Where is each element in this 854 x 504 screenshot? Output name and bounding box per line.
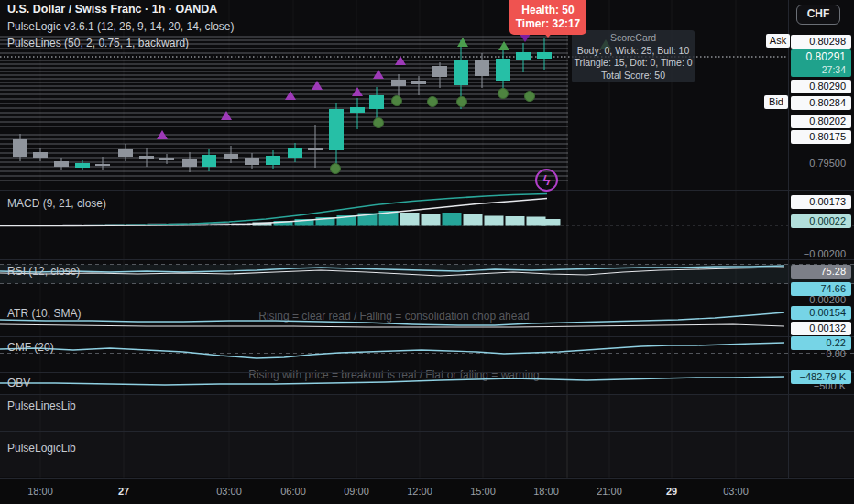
time-axis[interactable]: 18:002703:0006:0009:0012:0015:0018:0021:… [0, 478, 854, 504]
time-axis-label: 12:00 [407, 486, 432, 497]
lightning-icon[interactable]: ϟ [535, 169, 558, 192]
rsi-pane-label[interactable]: RSI (12, close) [7, 265, 80, 278]
macd-histogram-bar [506, 216, 525, 226]
cmf-line [0, 343, 784, 358]
pane-separator[interactable] [0, 431, 854, 432]
time-axis-label: 18:00 [533, 486, 559, 497]
scorecard-panel: ScoreCard Body: 0, Wick: 25, Bull: 10 Tr… [572, 30, 695, 82]
candle-body [516, 52, 531, 60]
pulse-buy-triangle-icon [285, 91, 296, 100]
macd-histogram-bar [422, 214, 441, 226]
price-axis[interactable]: 0.80291 27:34 0.802980.802900.802840.802… [788, 0, 854, 478]
axis-value-chip: 0.80298 [791, 35, 851, 49]
candle-body [537, 52, 552, 59]
indicator-legend-2[interactable]: PulseLines (50, 2, 0.75, 1, backward) [7, 37, 189, 49]
exit-alert-health: Health: 50 [509, 4, 586, 17]
macd-histogram-bar [443, 213, 462, 226]
exit-alert-tooltip-tail [541, 29, 555, 38]
pulse-dot-icon [498, 89, 509, 99]
cmf-pane-label[interactable]: CMF (20) [7, 341, 54, 354]
chart-canvas[interactable]: U.S. Dollar / Swiss Franc · 1h · OANDA P… [0, 0, 854, 478]
candle-body [266, 156, 280, 165]
axis-value-chip: 0.80202 [791, 115, 851, 128]
scorecard-row-body: Body: 0, Wick: 25, Bull: 10 [572, 45, 695, 58]
candle-body [454, 60, 468, 85]
atr-ma-line [0, 324, 784, 327]
axis-value-chip: 0.80290 [791, 80, 851, 93]
axis-value-chip: 0.80175 [791, 130, 851, 144]
axis-value-chip: 0.22 [791, 336, 851, 350]
candle-body [308, 148, 323, 150]
symbol-title[interactable]: U.S. Dollar / Swiss Franc · 1h · OANDA [7, 3, 217, 16]
time-axis-label: 03:00 [723, 486, 749, 497]
last-price-box: 0.80291 27:34 [791, 49, 851, 77]
candle-body [159, 158, 174, 160]
axis-value-chip: 0.00154 [791, 306, 851, 320]
macd-pane-label[interactable]: MACD (9, 21, close) [7, 197, 106, 210]
bid-tag: Bid [764, 95, 788, 109]
pulse-dot-icon [457, 97, 467, 107]
bull-triangle-icon [498, 41, 509, 50]
axis-scale-label: −0.00200 [791, 247, 851, 261]
trading-chart-app: U.S. Dollar / Swiss Franc · 1h · OANDA P… [0, 0, 854, 504]
candle-body [182, 159, 197, 167]
candle-body [13, 139, 27, 157]
atr-line [0, 312, 784, 325]
pane-separator[interactable] [0, 190, 854, 191]
bull-triangle-icon [457, 38, 468, 47]
axis-value-chip: 75.28 [791, 265, 851, 279]
ask-tag: Ask [766, 34, 790, 48]
scorecard-row-total: Total Score: 50 [572, 70, 695, 82]
candle-body [118, 149, 133, 157]
candle-body [224, 154, 238, 159]
candle-body [95, 164, 110, 166]
candle-body [350, 107, 365, 113]
pane-separator[interactable] [0, 394, 854, 395]
atr-pane-label[interactable]: ATR (10, SMA) [7, 307, 81, 320]
candle-body [33, 152, 48, 158]
candle-body [369, 95, 384, 109]
time-axis-label: 06:00 [280, 486, 306, 497]
macd-histogram-bar [464, 214, 483, 226]
candle-body [54, 161, 69, 167]
indicator-legend-1[interactable]: PulseLogic v3.6.1 (12, 26, 9, 14, 20, 14… [7, 20, 235, 33]
time-axis-label: 29 [666, 486, 677, 497]
candle-body [202, 155, 216, 167]
pane-separator[interactable] [0, 372, 854, 373]
pane-separator[interactable] [0, 301, 854, 301]
pulse-dot-icon [392, 96, 402, 106]
pulse-buy-triangle-icon [352, 87, 363, 96]
axis-value-chip: 0.00022 [791, 214, 851, 228]
pulselogiclib-pane-label[interactable]: PulseLogicLib [7, 442, 76, 455]
pulse-dot-icon [374, 118, 384, 128]
scorecard-row-triangle: Triangle: 15, Dot: 0, Time: 0 [572, 57, 695, 70]
axis-value-chip: 0.00132 [791, 322, 851, 335]
candle-body [432, 66, 447, 77]
time-axis-label: 15:00 [470, 486, 496, 497]
time-axis-label: 09:00 [344, 486, 369, 497]
pulse-dot-icon [331, 164, 341, 174]
candle-body [288, 148, 302, 158]
pane-separator[interactable] [0, 259, 854, 260]
candle-body [75, 163, 90, 168]
obv-pane-label[interactable]: OBV [7, 377, 30, 389]
pulse-dot-icon [428, 97, 438, 107]
axis-value-chip: 74.66 [791, 282, 851, 296]
scorecard-title: ScoreCard [572, 32, 695, 45]
exit-triangle-icon [520, 34, 531, 42]
candle-body [245, 158, 259, 165]
pulselineslib-pane-label[interactable]: PulseLinesLib [7, 400, 76, 412]
candle-body [391, 80, 406, 86]
candle-body [496, 59, 510, 81]
macd-histogram-bar [400, 213, 420, 226]
time-axis-label: 18:00 [27, 486, 53, 497]
pane-separator[interactable] [0, 336, 854, 337]
currency-button[interactable]: CHF [796, 5, 840, 25]
time-axis-label: 21:00 [597, 486, 622, 497]
candle-body [411, 81, 426, 84]
macd-histogram-bar [542, 219, 561, 226]
time-axis-label: 27 [118, 486, 129, 497]
chart-plot-svg [0, 0, 854, 478]
last-price-value: 0.80291 [791, 49, 846, 64]
pulse-dot-icon [525, 92, 535, 102]
